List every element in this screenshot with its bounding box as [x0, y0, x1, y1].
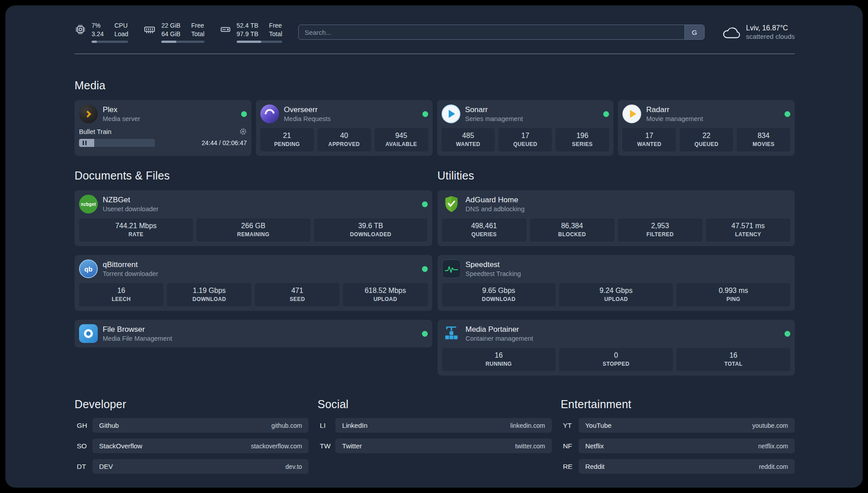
- service-card-portainer[interactable]: Media Portainer Container management 16R…: [438, 320, 795, 376]
- bookmark-netflix[interactable]: NF Netflix netflix.com: [561, 439, 795, 453]
- service-card-plex[interactable]: Plex Media server Bullet Train: [75, 100, 251, 156]
- bookmark-reddit[interactable]: RE Reddit reddit.com: [561, 459, 795, 474]
- bookmark-url: dev.to: [285, 463, 302, 470]
- portainer-icon: [442, 324, 461, 343]
- bookmark-group-social: Social LI LinkedIn linkedin.com TW Twitt…: [317, 398, 551, 480]
- speedtest-icon: [442, 259, 461, 278]
- bookmark-name: Github: [99, 422, 119, 429]
- service-name: Overseerr: [284, 105, 331, 114]
- section-title-utilities: Utilities: [438, 169, 795, 182]
- bookmark-abbr: DT: [75, 463, 92, 471]
- status-dot: [422, 266, 428, 272]
- player-progress-bar[interactable]: [79, 139, 155, 147]
- stat-downloaded: 39.6 TBDOWNLOADED: [314, 218, 428, 242]
- bookmark-group-developer: Developer GH Github github.com SO StackO…: [75, 398, 309, 480]
- weather-widget: Lviv, 16.87°C scattered clouds: [722, 24, 795, 41]
- disk-icon: [220, 24, 231, 35]
- cpu-usage-bar: [92, 41, 128, 43]
- bookmark-url: github.com: [271, 422, 302, 429]
- service-card-radarr[interactable]: Radarr Movie management 17WANTED 22QUEUE…: [618, 100, 795, 156]
- cpu-widget: 7% CPU 3.24 Load: [75, 21, 128, 43]
- stat-blocked: 86,384BLOCKED: [530, 218, 614, 242]
- plex-media-player: Bullet Train 24:44 / 02:06:47: [79, 128, 247, 147]
- bookmark-name: LinkedIn: [342, 422, 367, 429]
- bookmark-url: stackoverflow.com: [251, 443, 302, 450]
- section-title-media: Media: [75, 79, 795, 92]
- bookmark-url: twitter.com: [515, 443, 545, 450]
- status-dot: [241, 111, 247, 117]
- bookmark-name: YouTube: [585, 422, 612, 429]
- dashboard-panel: 7% CPU 3.24 Load 22 GiB Free 64 GiB: [5, 5, 863, 488]
- bookmark-name: Netflix: [585, 442, 604, 450]
- service-card-nzbget[interactable]: nzbget NZBGet Usenet downloader 744.21 M…: [75, 190, 432, 246]
- cpu-label: CPU: [114, 21, 128, 29]
- section-media: Media Plex Media server Bullet Train: [5, 79, 863, 156]
- memory-free-value: 22 GiB: [161, 21, 180, 29]
- search-provider-button[interactable]: G: [684, 25, 704, 39]
- stat-stopped: 0STOPPED: [559, 348, 673, 371]
- bookmark-url: youtube.com: [752, 422, 788, 429]
- stat-series: 196SERIES: [555, 128, 609, 151]
- section-title-developer: Developer: [75, 398, 309, 411]
- stat-running: 16RUNNING: [442, 348, 556, 371]
- service-name: NZBGet: [103, 196, 159, 205]
- section-title-entertainment: Entertainment: [561, 398, 795, 411]
- player-settings-icon[interactable]: [239, 128, 247, 135]
- sonarr-icon: [442, 104, 460, 123]
- section-title-social: Social: [317, 398, 551, 411]
- service-name: Radarr: [646, 105, 703, 114]
- pause-icon[interactable]: [83, 141, 87, 145]
- topbar-divider: [75, 54, 795, 54]
- disk-free-label: Free: [269, 21, 283, 29]
- stat-movies: 834MOVIES: [737, 128, 790, 151]
- cpu-usage-value: 7%: [92, 21, 104, 29]
- disk-usage-bar-fill: [237, 41, 261, 43]
- service-card-filebrowser[interactable]: File Browser Media File Management: [75, 320, 432, 347]
- section-documents: Documents & Files nzbget NZBGet Usenet d…: [75, 169, 432, 376]
- service-desc: Movie management: [646, 115, 703, 122]
- stat-approved: 40APPROVED: [317, 128, 371, 151]
- bookmark-abbr: SO: [75, 442, 92, 450]
- search-input[interactable]: [299, 25, 684, 39]
- stat-pending: 21PENDING: [260, 128, 314, 151]
- memory-usage-bar-fill: [161, 41, 176, 43]
- bookmark-name: DEV: [99, 463, 113, 470]
- section-utilities: Utilities AdGuard Home: [438, 169, 795, 376]
- cpu-load-value: 3.24: [92, 30, 104, 38]
- stat-queued: 17QUEUED: [498, 128, 552, 151]
- service-name: AdGuard Home: [466, 196, 525, 205]
- stat-remaining: 266 GBREMAINING: [196, 218, 310, 242]
- disk-total-value: 97.9 TB: [237, 30, 259, 38]
- service-card-qbittorrent[interactable]: qb qBittorrent Torrent downloader 16LEEC…: [75, 255, 432, 311]
- service-card-sonarr[interactable]: Sonarr Series management 485WANTED 17QUE…: [437, 100, 614, 156]
- status-dot: [422, 111, 428, 117]
- memory-total-label: Total: [191, 30, 204, 38]
- search-bar: G: [298, 25, 705, 40]
- service-desc: DNS and adblocking: [466, 205, 525, 213]
- service-name: File Browser: [103, 325, 172, 334]
- stat-wanted: 485WANTED: [442, 128, 495, 151]
- stat-queries: 498,461QUERIES: [442, 218, 526, 242]
- service-card-overseerr[interactable]: Overseerr Media Requests 21PENDING 40APP…: [256, 100, 433, 156]
- service-card-speedtest[interactable]: Speedtest Speedtest Tracking 9.65 GbpsDO…: [438, 255, 795, 311]
- bookmark-dev[interactable]: DT DEV dev.to: [75, 459, 309, 474]
- bookmark-linkedin[interactable]: LI LinkedIn linkedin.com: [317, 418, 551, 433]
- service-name: Speedtest: [466, 260, 521, 269]
- bookmark-stackoverflow[interactable]: SO StackOverflow stackoverflow.com: [75, 439, 309, 453]
- bookmark-youtube[interactable]: YT YouTube youtube.com: [561, 418, 795, 433]
- status-dot: [785, 331, 790, 337]
- bookmark-abbr: TW: [317, 442, 335, 450]
- stat-queued: 22QUEUED: [680, 128, 733, 151]
- bookmark-group-entertainment: Entertainment YT YouTube youtube.com NF …: [561, 398, 795, 480]
- service-name: Plex: [103, 105, 140, 114]
- qbittorrent-icon: qb: [79, 259, 98, 278]
- service-card-adguard[interactable]: AdGuard Home DNS and adblocking 498,461Q…: [438, 190, 795, 246]
- bookmark-abbr: NF: [561, 442, 579, 450]
- disk-free-value: 52.4 TB: [237, 21, 259, 29]
- bookmark-github[interactable]: GH Github github.com: [75, 418, 309, 433]
- status-dot: [422, 201, 428, 207]
- status-dot: [422, 331, 428, 337]
- stat-download: 9.65 GbpsDOWNLOAD: [442, 283, 556, 306]
- overseerr-icon: [260, 104, 279, 123]
- bookmark-twitter[interactable]: TW Twitter twitter.com: [317, 439, 551, 453]
